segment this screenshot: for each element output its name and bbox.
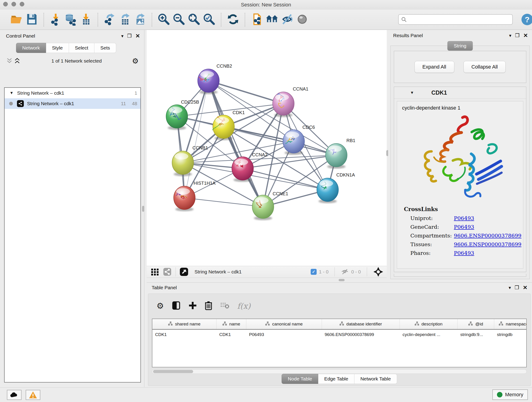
tab-select[interactable]: Select <box>69 43 94 53</box>
expand-all-icon[interactable] <box>6 57 13 65</box>
node-CDC6[interactable] <box>283 130 304 155</box>
delete-table-button[interactable] <box>220 302 229 310</box>
node-table: shared namenamecanonical namedatabase id… <box>152 319 527 367</box>
float-panel-icon[interactable]: ❒ <box>127 33 132 39</box>
export-image-button[interactable] <box>133 12 147 27</box>
zoom-selected-button[interactable] <box>202 12 217 27</box>
node-CDC25B[interactable] <box>166 105 188 130</box>
column-header-database-identifier[interactable]: database identifier <box>322 319 400 329</box>
expand-all-button[interactable]: Expand All <box>414 61 454 73</box>
zoom-out-button[interactable] <box>171 12 186 27</box>
crosslink-value[interactable]: P06493 <box>454 215 474 221</box>
collapse-all-button[interactable]: Collapse All <box>463 61 506 73</box>
cdk1-section-header[interactable]: ▼ CDK1 <box>394 87 526 99</box>
crosslink-value[interactable]: 9606.ENSP00000378699 <box>454 241 521 247</box>
help-button[interactable]: ? <box>521 14 532 25</box>
edge-CCNB2-CCNA1[interactable] <box>209 81 283 104</box>
import-database-button[interactable] <box>63 12 78 27</box>
home-network-button[interactable] <box>264 12 279 27</box>
zoom-in-button[interactable] <box>156 12 171 27</box>
open-folder-button[interactable] <box>9 12 24 27</box>
columns-button[interactable] <box>172 301 181 311</box>
edge-CCNB2-CCNE1[interactable] <box>209 81 263 207</box>
node-CCNB2[interactable] <box>198 69 219 94</box>
collapse-all-icon[interactable] <box>13 57 21 65</box>
collapse-triangle-icon[interactable]: ▼ <box>10 91 13 95</box>
node-CDKN1A[interactable] <box>317 178 338 203</box>
float-panel-icon[interactable]: ❒ <box>515 285 519 291</box>
warning-button[interactable] <box>26 390 40 400</box>
crosslink-value[interactable]: P06493 <box>454 250 474 256</box>
save-button[interactable] <box>24 12 39 27</box>
tab-style[interactable]: Style <box>46 43 69 53</box>
column-header-canonical-name[interactable]: canonical name <box>246 319 322 329</box>
refresh-button[interactable] <box>225 12 241 27</box>
import-network-button[interactable] <box>48 12 63 27</box>
column-header-@id[interactable]: @id <box>457 319 494 329</box>
close-panel-icon[interactable]: ✕ <box>135 33 140 39</box>
edge-CCNB2-HIST1H1A[interactable] <box>184 81 209 198</box>
node-CDK1[interactable] <box>212 115 234 140</box>
edge-HIST1H1A-CCNE1[interactable] <box>184 198 263 207</box>
close-panel-icon[interactable]: ✕ <box>523 284 527 291</box>
tab-node-table[interactable]: Node Table <box>282 374 318 384</box>
table-row[interactable]: CDK1CDK1P064939606.ENSP00000378699cyclin… <box>152 330 526 340</box>
column-header-namespace[interactable]: namespace <box>494 319 527 329</box>
close-panel-icon[interactable]: ✕ <box>523 32 528 39</box>
float-panel-icon[interactable]: ❒ <box>515 32 520 38</box>
zoom-fit-button[interactable] <box>186 12 202 27</box>
function-button[interactable]: f(x) <box>237 301 250 311</box>
crosslink-value[interactable]: P06493 <box>454 224 474 230</box>
node-CCNA2[interactable] <box>232 157 253 182</box>
gear-button[interactable]: ⚙ <box>157 301 164 311</box>
network-row[interactable]: String Network – cdk1 1148 <box>5 98 140 109</box>
left-splitter-handle[interactable] <box>142 206 144 212</box>
delete-button[interactable] <box>205 301 212 311</box>
hidden-eye-icon[interactable] <box>341 268 349 276</box>
scrollbar-thumb[interactable] <box>153 370 193 373</box>
panel-menu-icon[interactable]: ▾ <box>121 33 123 39</box>
birdseye-icon[interactable] <box>179 267 189 276</box>
table-cell: stringdb:9... <box>457 330 494 340</box>
grid-view-icon[interactable] <box>150 267 159 276</box>
add-column-button[interactable] <box>189 301 197 311</box>
export-network-button[interactable] <box>102 12 117 27</box>
node-CCNA1[interactable] <box>273 92 294 117</box>
node-CCNB1[interactable] <box>172 151 194 176</box>
search-box[interactable] <box>398 14 513 25</box>
tab-sets[interactable]: Sets <box>94 43 116 53</box>
collapse-triangle-icon[interactable]: ▼ <box>410 90 414 95</box>
move-crosshair-icon[interactable] <box>373 267 384 277</box>
network-canvas[interactable]: CCNB2CCNA1CDC25BCDK1CDC6RB1CCNB1CCNA2CDK… <box>147 30 387 266</box>
crosslink-value[interactable]: 9606.ENSP00000378699 <box>454 233 521 239</box>
memory-button[interactable]: Memory <box>492 389 528 400</box>
toolbar-separator <box>98 13 98 27</box>
horizontal-scrollbar[interactable] <box>152 369 527 374</box>
export-table-button[interactable] <box>117 12 133 27</box>
bottom-splitter-handle[interactable] <box>339 279 345 281</box>
edge-CDK1-RB1[interactable] <box>224 127 336 155</box>
tab-string[interactable]: String <box>447 41 473 51</box>
panel-menu-icon[interactable]: ▾ <box>509 33 511 38</box>
gear-icon[interactable]: ⚙ <box>132 57 139 65</box>
network-share-view-icon[interactable] <box>163 267 172 276</box>
column-header-name[interactable]: name <box>216 319 246 329</box>
node-HIST1H1A[interactable] <box>174 186 195 211</box>
share-document-button[interactable] <box>249 12 264 27</box>
selected-checkbox-icon[interactable]: ✓ <box>311 269 317 275</box>
node-CCNE1[interactable] <box>252 195 274 220</box>
search-input[interactable] <box>407 17 508 22</box>
panel-menu-icon[interactable]: ▾ <box>509 285 511 290</box>
cloud-button[interactable] <box>7 390 22 400</box>
hide-eye-button[interactable] <box>279 12 295 27</box>
tab-network-table[interactable]: Network Table <box>355 374 397 384</box>
import-table-button[interactable] <box>78 12 94 27</box>
eye-button[interactable] <box>295 12 310 27</box>
column-header-shared-name[interactable]: shared name <box>152 319 216 329</box>
tab-edge-table[interactable]: Edge Table <box>318 374 355 384</box>
tab-network[interactable]: Network <box>16 43 46 53</box>
network-collection-row[interactable]: ▼ String Network – cdk1 1 <box>5 88 140 98</box>
network-graph[interactable]: CCNB2CCNA1CDC25BCDK1CDC6RB1CCNB1CCNA2CDK… <box>147 30 387 266</box>
node-RB1[interactable] <box>326 143 347 169</box>
column-header-description[interactable]: description <box>400 319 457 329</box>
